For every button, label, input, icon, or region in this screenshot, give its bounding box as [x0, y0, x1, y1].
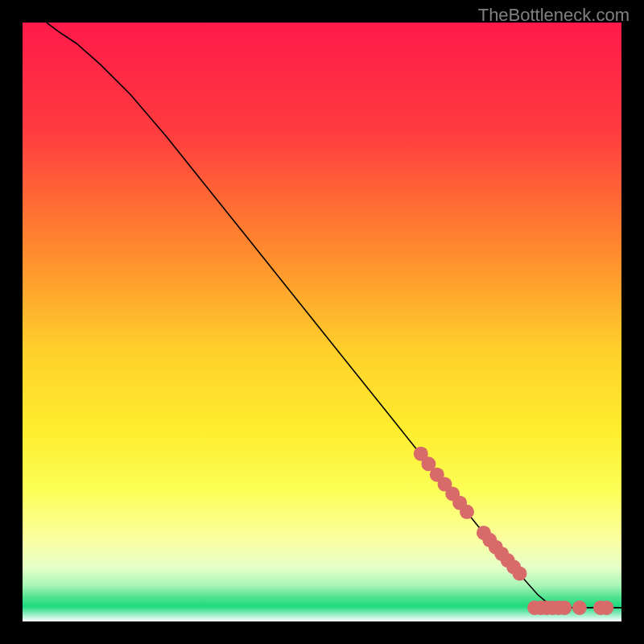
data-marker — [572, 601, 587, 615]
data-marker — [599, 601, 613, 615]
data-marker — [557, 601, 572, 615]
chart-svg — [23, 23, 621, 621]
chart-plot-area — [23, 23, 621, 621]
data-marker — [460, 505, 474, 519]
gradient-background — [23, 23, 621, 621]
data-marker — [513, 567, 527, 581]
watermark-text: TheBottleneck.com — [478, 5, 630, 26]
